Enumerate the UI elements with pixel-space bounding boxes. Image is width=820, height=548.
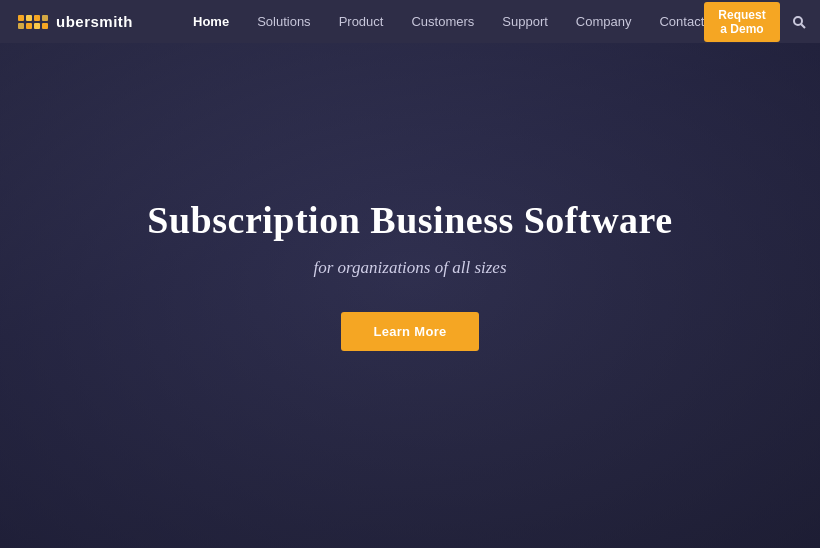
- nav-link-product[interactable]: Product: [339, 14, 384, 29]
- logo[interactable]: ubersmith: [18, 13, 133, 30]
- navbar: ubersmith Home Solutions Product Custome…: [0, 0, 820, 43]
- svg-line-1: [801, 24, 805, 28]
- logo-text: ubersmith: [56, 13, 133, 30]
- hero-section: [0, 0, 820, 548]
- nav-links: Home Solutions Product Customers Support…: [193, 14, 704, 29]
- nav-right: Request a Demo: [704, 2, 805, 42]
- learn-more-button[interactable]: Learn More: [341, 312, 478, 351]
- search-icon: [792, 15, 806, 29]
- nav-link-solutions[interactable]: Solutions: [257, 14, 310, 29]
- nav-link-home[interactable]: Home: [193, 14, 229, 29]
- nav-link-customers[interactable]: Customers: [411, 14, 474, 29]
- request-demo-button[interactable]: Request a Demo: [704, 2, 779, 42]
- nav-link-company[interactable]: Company: [576, 14, 632, 29]
- logo-grid-icon: [18, 15, 48, 29]
- svg-point-0: [794, 17, 802, 25]
- nav-link-contact[interactable]: Contact: [659, 14, 704, 29]
- nav-link-support[interactable]: Support: [502, 14, 548, 29]
- search-button[interactable]: [792, 15, 806, 29]
